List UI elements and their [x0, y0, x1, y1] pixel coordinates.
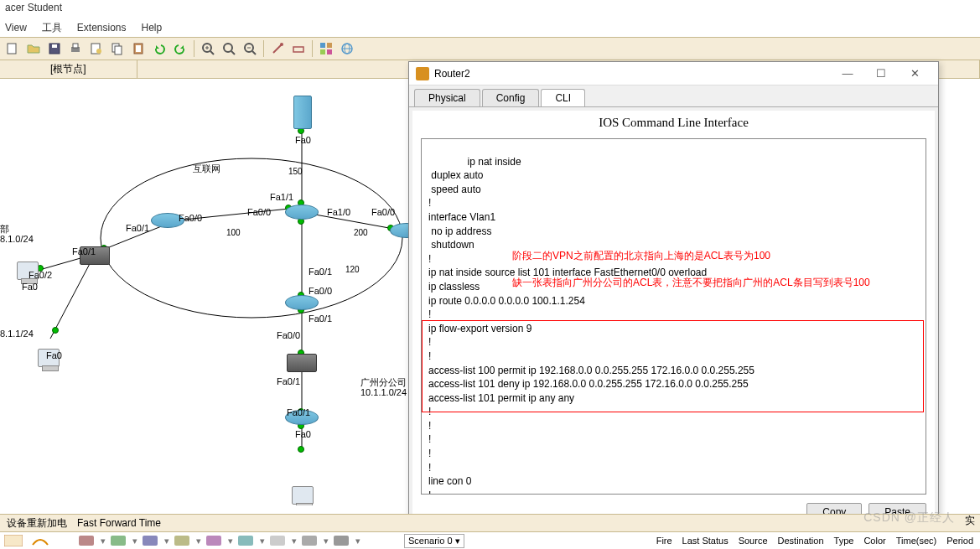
tab-config[interactable]: Config	[482, 89, 540, 106]
wizard-icon[interactable]	[87, 39, 106, 58]
scenario-select[interactable]: Scenario 0 ▾	[404, 534, 464, 548]
iface-label: Fa0/1	[309, 313, 332, 324]
server-device[interactable]	[293, 96, 312, 129]
cost-label: 150	[288, 167, 303, 176]
svg-point-20	[280, 43, 283, 46]
cli-body: IOS Command Line Interface ip nat inside…	[412, 111, 935, 526]
zoom-out-icon[interactable]	[241, 39, 259, 58]
cli-window[interactable]: Router2 — ☐ ✕ Physical Config CLI IOS Co…	[408, 61, 939, 531]
menu-bar: View 工具 Extensions Help	[0, 18, 980, 37]
status-fft[interactable]: Fast Forward Time	[77, 517, 161, 529]
cli-window-title: Router2	[434, 68, 831, 80]
svg-rect-25	[327, 49, 332, 54]
watermark: CSDN @正经人	[863, 510, 955, 526]
save-icon[interactable]	[45, 39, 64, 58]
connections-icon[interactable]	[30, 534, 52, 547]
iface-label: Fa0/0	[277, 330, 300, 340]
svg-rect-10	[136, 45, 141, 52]
cli-tabs: Physical Config CLI	[409, 85, 938, 107]
annotation-2: 缺一张表指向广州分公司的ACL表，注意不要把指向广州的ACL条目写到表号100	[512, 277, 870, 290]
cli-titlebar[interactable]: Router2 — ☐ ✕	[409, 62, 938, 85]
maximize-button[interactable]: ☐	[864, 65, 898, 83]
iface-label: Fa0/0	[371, 207, 395, 217]
cli-content: ip nat inside duplex auto speed auto ! i…	[428, 156, 754, 495]
zoom-reset-icon[interactable]	[220, 39, 238, 58]
iface-label: Fa1/1	[270, 192, 293, 202]
redo-icon[interactable]	[171, 39, 189, 58]
iface-label: Fa0	[22, 282, 38, 292]
close-button[interactable]: ✕	[898, 65, 931, 83]
svg-point-29	[101, 158, 402, 318]
cost-label: 100	[226, 228, 241, 237]
iface-label: Fa0/1	[277, 376, 300, 386]
svg-rect-21	[293, 47, 303, 52]
subnet-label: 8.1.1/24	[0, 329, 34, 339]
svg-rect-22	[320, 43, 325, 48]
svg-rect-24	[320, 49, 325, 54]
color-swatch[interactable]	[111, 536, 126, 546]
color-swatch[interactable]	[174, 536, 189, 546]
iface-label: Fa0	[295, 135, 311, 145]
print-icon[interactable]	[66, 39, 85, 58]
annotation-1: 阶段二的VPN之前配置的北京指向上海的是ACL表号为100	[512, 250, 770, 263]
svg-rect-4	[73, 44, 78, 48]
subnet-label: 10.1.1.0/24	[360, 387, 407, 397]
iface-label: Fa0/1	[309, 267, 332, 277]
switch-south[interactable]	[287, 354, 317, 372]
svg-rect-8	[115, 46, 122, 54]
tab-physical[interactable]: Physical	[414, 89, 480, 106]
new-icon[interactable]	[3, 39, 22, 58]
drawing-shape-icon[interactable]	[289, 39, 308, 58]
svg-point-6	[96, 49, 101, 54]
cost-label: 200	[354, 228, 368, 237]
color-swatch[interactable]	[79, 536, 94, 546]
iface-label: Fa0/1	[287, 407, 310, 417]
tab-root[interactable]: [根节点]	[0, 60, 137, 78]
svg-line-16	[231, 51, 235, 54]
iface-label: Fa0/2	[29, 270, 52, 280]
svg-point-15	[224, 44, 232, 52]
color-swatch[interactable]	[206, 536, 221, 546]
color-swatch[interactable]	[238, 536, 253, 546]
cli-heading: IOS Command Line Interface	[412, 111, 935, 135]
svg-line-12	[210, 51, 214, 54]
cloud-label: 互联网	[193, 163, 220, 175]
pc-south[interactable]	[292, 486, 314, 505]
svg-rect-0	[8, 44, 16, 54]
pdu-list-header: Fire Last Status Source Destination Type…	[656, 536, 973, 546]
router-icon	[416, 67, 429, 80]
menu-help[interactable]: Help	[142, 22, 163, 34]
color-swatch[interactable]	[143, 536, 158, 546]
iface-label: Fa0/0	[247, 207, 271, 217]
device-palette-icon[interactable]	[3, 534, 25, 547]
cli-terminal[interactable]: ip nat inside duplex auto speed auto ! i…	[421, 138, 926, 495]
iface-label: Fa0	[295, 429, 311, 439]
zoom-in-icon[interactable]	[199, 39, 217, 58]
status-left: 设备重新加电	[7, 516, 67, 531]
custom-devices-icon[interactable]	[317, 39, 335, 58]
title-bar: acer Student	[0, 0, 980, 18]
copy-icon[interactable]	[108, 39, 127, 58]
svg-rect-2	[52, 44, 57, 48]
iface-label: Fa0/0	[309, 286, 332, 296]
tab-cli[interactable]: CLI	[541, 89, 585, 106]
color-swatch[interactable]	[270, 536, 285, 546]
app-title: acer Student	[5, 2, 62, 13]
menu-view[interactable]: View	[5, 22, 27, 34]
paste-icon[interactable]	[129, 39, 148, 58]
menu-tools[interactable]: 工具	[42, 21, 62, 35]
menu-extensions[interactable]: Extensions	[77, 22, 127, 34]
open-icon[interactable]	[24, 39, 43, 58]
svg-rect-23	[327, 43, 332, 48]
undo-icon[interactable]	[150, 39, 169, 58]
network-icon[interactable]	[338, 39, 356, 58]
realtime-chip[interactable]: 实	[960, 512, 980, 530]
router-center[interactable]	[285, 205, 319, 220]
status-bar: 设备重新加电 Fast Forward Time	[0, 514, 980, 532]
color-swatch[interactable]	[334, 536, 349, 546]
drawing-palette-icon[interactable]	[268, 39, 287, 58]
minimize-button[interactable]: —	[831, 65, 864, 83]
router-south[interactable]	[285, 295, 319, 310]
color-swatch[interactable]	[302, 536, 317, 546]
svg-rect-41	[4, 535, 23, 546]
